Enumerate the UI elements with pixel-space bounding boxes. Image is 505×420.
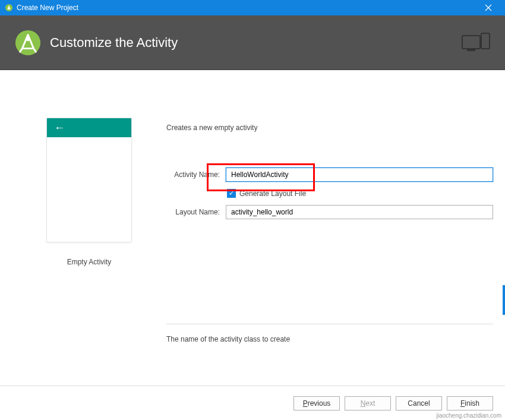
generate-layout-checkbox[interactable]: ✓ <box>227 189 236 198</box>
previous-button[interactable]: Previous <box>293 396 340 410</box>
activity-preview: ← <box>46 118 132 242</box>
activity-name-label: Activity Name: <box>166 170 226 179</box>
wizard-footer: Previous Next Cancel Finish <box>0 386 505 420</box>
generate-layout-label[interactable]: Generate Layout File <box>239 190 306 198</box>
svg-point-2 <box>26 36 30 41</box>
titlebar: Create New Project <box>0 0 505 15</box>
next-button: Next <box>345 396 391 410</box>
layout-name-input[interactable] <box>226 205 493 219</box>
layout-name-label: Layout Name: <box>166 208 226 216</box>
svg-rect-3 <box>462 36 480 49</box>
device-icon <box>461 32 491 53</box>
back-arrow-icon: ← <box>54 122 65 134</box>
app-icon <box>5 4 13 12</box>
layout-name-row: Layout Name: <box>166 205 493 219</box>
window-title: Create New Project <box>17 4 476 12</box>
help-area: The name of the activity class to create <box>166 324 493 355</box>
activity-name-input[interactable] <box>226 168 493 182</box>
separator <box>166 324 493 324</box>
watermark: jiaocheng.chazidian.com <box>436 412 501 419</box>
preview-appbar: ← <box>47 118 131 137</box>
help-text: The name of the activity class to create <box>166 335 493 343</box>
activity-name-row: Activity Name: <box>166 168 493 182</box>
close-button[interactable] <box>476 0 500 15</box>
form-description: Creates a new empty activity <box>166 124 493 132</box>
side-artifact <box>503 285 505 315</box>
wizard-header: Customize the Activity <box>0 15 505 70</box>
preview-panel: ← Empty Activity <box>0 70 166 386</box>
preview-label: Empty Activity <box>67 258 112 266</box>
generate-layout-row: ✓ Generate Layout File <box>166 189 493 198</box>
svg-rect-4 <box>481 33 490 49</box>
android-studio-logo <box>14 29 42 56</box>
cancel-button[interactable]: Cancel <box>396 396 442 410</box>
finish-button[interactable]: Finish <box>447 396 493 410</box>
svg-rect-5 <box>467 49 475 51</box>
page-title: Customize the Activity <box>50 35 461 50</box>
